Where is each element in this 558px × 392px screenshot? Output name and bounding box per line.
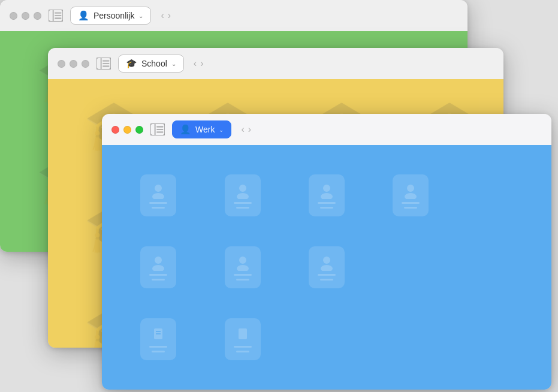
svg-point-15	[155, 185, 162, 192]
svg-point-18	[237, 193, 249, 199]
svg-rect-32	[239, 328, 247, 339]
minimize-button-school[interactable]	[70, 60, 77, 68]
contact-grid-werk	[102, 145, 551, 390]
svg-point-22	[405, 193, 417, 199]
chevron-icon-werk: ⌄	[219, 126, 224, 133]
traffic-lights-persoonlijk	[10, 12, 41, 20]
window-werk[interactable]: 👤 Werk ⌄ ‹ ›	[102, 114, 551, 390]
svg-point-26	[237, 265, 249, 271]
svg-point-21	[407, 185, 414, 192]
svg-point-27	[323, 257, 330, 264]
svg-point-28	[321, 265, 333, 271]
content-werk	[102, 145, 551, 390]
close-button-persoonlijk[interactable]	[10, 12, 17, 20]
back-arrow-werk[interactable]: ‹	[241, 124, 244, 135]
contact-card-placeholder	[285, 231, 369, 303]
close-button-school[interactable]	[58, 60, 65, 68]
account-icon-persoonlijk: 👤	[78, 10, 89, 21]
svg-point-20	[321, 193, 333, 199]
contact-card-placeholder	[285, 303, 369, 375]
maximize-button-persoonlijk[interactable]	[34, 12, 41, 20]
svg-point-16	[152, 193, 164, 199]
svg-point-19	[323, 185, 330, 192]
account-selector-persoonlijk[interactable]: 👤 Persoonlijk ⌄	[70, 7, 151, 25]
contact-card-placeholder	[369, 159, 453, 231]
back-arrow-persoonlijk[interactable]: ‹	[161, 10, 164, 21]
account-icon-school: 🎓	[126, 58, 137, 69]
contact-card-placeholder	[116, 159, 200, 231]
account-icon-werk: 👤	[180, 124, 191, 135]
contact-card-placeholder	[285, 159, 369, 231]
contact-card-placeholder	[200, 159, 284, 231]
forward-arrow-werk[interactable]: ›	[248, 124, 251, 135]
contact-card-placeholder	[200, 303, 284, 375]
nav-arrows-school: ‹ ›	[194, 58, 204, 69]
sidebar-toggle-school[interactable]	[96, 58, 111, 70]
close-button-werk[interactable]	[111, 126, 119, 134]
forward-arrow-persoonlijk[interactable]: ›	[168, 10, 171, 21]
nav-arrows-persoonlijk: ‹ ›	[161, 10, 171, 21]
account-label-werk: Werk	[195, 125, 215, 134]
svg-point-25	[239, 257, 246, 264]
contact-card-placeholder	[369, 303, 453, 375]
svg-point-24	[152, 265, 164, 271]
contact-card-placeholder	[200, 231, 284, 303]
maximize-button-school[interactable]	[82, 60, 89, 68]
contact-card-placeholder	[453, 303, 537, 375]
contact-card-placeholder	[453, 231, 537, 303]
titlebar-persoonlijk: 👤 Persoonlijk ⌄ ‹ ›	[0, 0, 467, 31]
traffic-lights-school	[58, 60, 89, 68]
contact-card-placeholder	[453, 159, 537, 231]
titlebar-werk: 👤 Werk ⌄ ‹ ›	[102, 114, 551, 145]
account-selector-werk[interactable]: 👤 Werk ⌄	[172, 120, 231, 138]
minimize-button-werk[interactable]	[123, 126, 131, 134]
svg-point-17	[239, 185, 246, 192]
contact-card-placeholder	[369, 231, 453, 303]
back-arrow-school[interactable]: ‹	[194, 58, 197, 69]
maximize-button-werk[interactable]	[135, 126, 143, 134]
titlebar-school: 🎓 School ⌄ ‹ ›	[48, 48, 503, 79]
sidebar-toggle-persoonlijk[interactable]	[49, 10, 63, 22]
traffic-lights-werk[interactable]	[111, 126, 143, 134]
account-label-persoonlijk: Persoonlijk	[93, 11, 134, 20]
nav-arrows-werk: ‹ ›	[241, 124, 251, 135]
account-selector-school[interactable]: 🎓 School ⌄	[118, 55, 184, 73]
forward-arrow-school[interactable]: ›	[200, 58, 203, 69]
sidebar-toggle-werk[interactable]	[150, 123, 165, 135]
chevron-icon-persoonlijk: ⌄	[138, 13, 143, 19]
chevron-icon-school: ⌄	[171, 61, 176, 67]
svg-point-23	[155, 257, 162, 264]
contact-card-placeholder	[116, 303, 200, 375]
account-label-school: School	[141, 59, 167, 68]
contact-card-placeholder	[116, 231, 200, 303]
minimize-button-persoonlijk[interactable]	[22, 12, 29, 20]
